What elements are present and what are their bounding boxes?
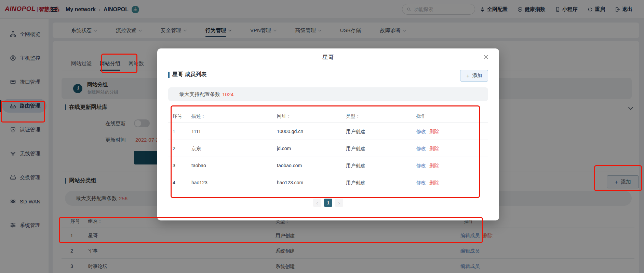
- member-url: 10000.gd.cn: [277, 123, 303, 140]
- max-entries-banner: 最大支持配置条数 1024: [168, 87, 488, 101]
- row-index: 2: [173, 140, 175, 157]
- max-entries-value: 1024: [222, 91, 233, 97]
- delete-link[interactable]: 删除: [429, 146, 439, 151]
- row-actions: 修改删除: [416, 123, 439, 140]
- delete-link[interactable]: 删除: [429, 180, 439, 185]
- app-root: AINOPOL|智慧光迅 My network › AINOPOL 主 全网配置…: [0, 0, 644, 273]
- column-header: 操作: [416, 109, 426, 123]
- table-row: 4hao123hao123.com用户创建修改删除: [168, 174, 488, 191]
- group-members-modal: 星哥 星哥 成员列表 + 添加 最大支持配置条数 1024 序号描述▲▼网址▲▼…: [157, 48, 499, 220]
- row-actions: 修改删除: [416, 174, 439, 191]
- plus-icon: +: [466, 73, 470, 79]
- column-header[interactable]: 类型▲▼: [346, 109, 359, 123]
- modify-link[interactable]: 修改: [416, 146, 426, 151]
- modify-link[interactable]: 修改: [416, 180, 426, 185]
- modal-title: 星哥: [157, 53, 499, 61]
- column-header[interactable]: 描述▲▼: [191, 109, 204, 123]
- member-type: 用户创建: [346, 174, 365, 191]
- delete-link[interactable]: 删除: [429, 129, 439, 134]
- member-desc: hao123: [191, 174, 207, 191]
- current-page-button[interactable]: 1: [324, 199, 332, 207]
- table-row: 1111110000.gd.cn用户创建修改删除: [168, 123, 488, 140]
- column-header: 序号: [173, 109, 182, 123]
- column-header[interactable]: 网址▲▼: [277, 109, 290, 123]
- members-table: 序号描述▲▼网址▲▼类型▲▼操作1111110000.gd.cn用户创建修改删除…: [168, 109, 488, 191]
- member-type: 用户创建: [346, 140, 365, 157]
- member-list-heading: 星哥 成员列表: [168, 71, 206, 78]
- modify-link[interactable]: 修改: [416, 163, 426, 168]
- row-actions: 修改删除: [416, 157, 439, 174]
- row-index: 4: [173, 174, 175, 191]
- member-url: jd.com: [277, 140, 291, 157]
- delete-link[interactable]: 删除: [429, 163, 439, 168]
- table-row: 2京东jd.com用户创建修改删除: [168, 140, 488, 157]
- next-page-button[interactable]: ›: [335, 199, 343, 207]
- member-desc: 京东: [191, 140, 201, 157]
- modify-link[interactable]: 修改: [416, 129, 426, 134]
- sort-icon: ▲▼: [287, 114, 290, 118]
- member-url: hao123.com: [277, 174, 303, 191]
- table-header-row: 序号描述▲▼网址▲▼类型▲▼操作: [168, 109, 488, 123]
- row-index: 3: [173, 157, 175, 174]
- add-member-button[interactable]: + 添加: [460, 70, 488, 82]
- prev-page-button[interactable]: ‹: [313, 199, 321, 207]
- member-url: taobao.com: [277, 157, 302, 174]
- member-type: 用户创建: [346, 123, 365, 140]
- sort-icon: ▲▼: [357, 114, 359, 118]
- pagination: ‹ 1 ›: [157, 199, 499, 207]
- section-bar: [168, 72, 170, 78]
- member-desc: taobao: [191, 157, 206, 174]
- member-desc: 1111: [191, 123, 201, 140]
- row-actions: 修改删除: [416, 140, 439, 157]
- close-icon[interactable]: [483, 54, 489, 60]
- sort-icon: ▲▼: [202, 114, 204, 118]
- table-row: 3taobaotaobao.com用户创建修改删除: [168, 157, 488, 174]
- member-type: 用户创建: [346, 157, 365, 174]
- row-index: 1: [173, 123, 175, 140]
